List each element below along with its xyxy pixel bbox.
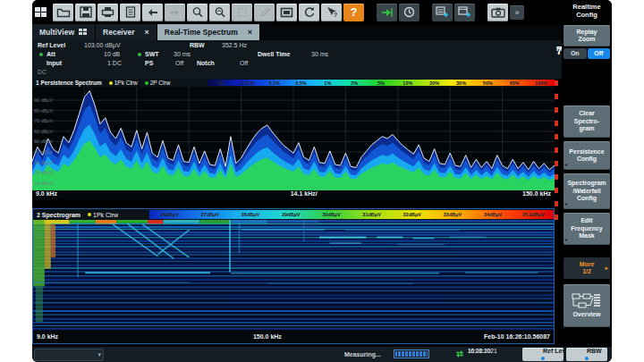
replay-zoom-off-button[interactable]: Off	[588, 48, 611, 59]
windows-logo-icon[interactable]	[35, 7, 47, 18]
ref-level-value[interactable]: 103.00 dBμV	[84, 42, 121, 48]
swt-status-dot	[138, 53, 141, 56]
persistence-display[interactable]: 90 dBμV80 dBμV70 dBμV60 dBμV50 dBμV40 dB…	[32, 87, 555, 190]
scale-label: 28dBμV	[242, 212, 259, 217]
x-start-label: 9.0 kHz	[37, 331, 58, 343]
pencil-icon	[259, 7, 270, 18]
window1-trace2-label: 2P Clrw	[150, 80, 171, 86]
ps-value[interactable]: Off	[175, 60, 183, 66]
rbw-value[interactable]: 352.5 Hz	[222, 42, 247, 48]
softkey-label: Spectrogram /Waterfall Config	[567, 180, 606, 202]
dwell-time-value[interactable]: 30 ms	[311, 51, 328, 57]
window1-title: 1 Persistence Spectrum	[36, 80, 102, 86]
persistence-spectrum-window[interactable]: 1 Persistence Spectrum 1Pk Clrw 2P Clrw …	[32, 79, 555, 199]
sync-arrows-icon	[455, 349, 464, 358]
floppy-icon	[80, 6, 92, 18]
persistence-config-softkey[interactable]: Persistence Config◂	[564, 141, 610, 170]
scale-label: 31dBμV	[362, 212, 380, 217]
close-icon[interactable]: ×	[248, 28, 252, 37]
notch-label: Notch	[197, 60, 215, 66]
document-icon	[125, 6, 136, 18]
clear-spectrogram-softkey[interactable]: Clear Spectro- gram	[564, 105, 610, 138]
redo-icon	[168, 7, 182, 18]
ref-level-key-button[interactable]: Ref Level	[522, 348, 564, 361]
scale-label: 32dBμV	[403, 212, 421, 217]
save-button[interactable]	[75, 4, 96, 21]
new-window-button[interactable]	[454, 4, 475, 21]
channel-tabs: MultiView Receiver × Real-Time Spectrum …	[32, 24, 562, 40]
print-button[interactable]	[97, 4, 118, 21]
magnifier-wave-icon	[214, 6, 226, 18]
rbw-key-button[interactable]: RBW	[566, 348, 607, 361]
preset-button[interactable]	[377, 4, 397, 21]
softkey-sidebar: Realtime Config Replay Zoom On Off Clear…	[562, 0, 612, 347]
spectrogram-window[interactable]: 2 Spectrogram 1Pk Clrw 26dBμV27dBμV28dBμ…	[32, 208, 555, 344]
window-list-button[interactable]: »	[510, 5, 524, 20]
spectrogram-config-softkey[interactable]: Spectrogram /Waterfall Config◂	[564, 173, 610, 209]
swt-value[interactable]: 30 ms	[174, 51, 191, 57]
scale-label: 35.2dBμV	[522, 212, 545, 217]
zoom-in-button[interactable]	[187, 4, 208, 21]
scale-label: 50%	[483, 80, 493, 86]
replay-zoom-on-button[interactable]: On	[564, 48, 587, 59]
y-axis-label: 60 dBμV	[34, 129, 53, 134]
analyzer-screen: ? ? » MultiView Receiver × Real-Time Spe…	[32, 0, 612, 362]
scale-label: 100%	[535, 80, 547, 86]
y-axis-label: 70 dBμV	[34, 118, 53, 123]
scale-label: 30%	[456, 80, 466, 86]
scale-label: 30dBμV	[322, 212, 340, 217]
notch-value[interactable]: Off	[240, 60, 248, 66]
y-axis-label: 90 dBμV	[34, 97, 53, 103]
tab-receiver[interactable]: Receiver ×	[96, 24, 157, 40]
channel-settings-bar: Ref Level 103.00 dBμV RBW 352.5 Hz Att 1…	[32, 40, 562, 79]
x-start-label: 9.0 kHz	[36, 190, 57, 197]
replay-zoom-softkey[interactable]: Replay Zoom	[564, 25, 610, 46]
zoom-reset-button[interactable]	[209, 4, 230, 21]
measurement-progress-bar	[394, 349, 429, 358]
rbw-label: RBW	[190, 42, 205, 48]
active-param-dot	[585, 357, 589, 360]
new-channel-button[interactable]	[432, 4, 453, 21]
scale-label: 20%	[429, 80, 439, 86]
help-pointer-button[interactable]: ?	[321, 4, 342, 21]
att-value[interactable]: 10 dB	[104, 51, 120, 57]
tab-multiview-label: MultiView	[39, 28, 74, 37]
annotate-tool-button[interactable]	[254, 4, 275, 21]
report-button[interactable]	[120, 4, 140, 21]
input-value[interactable]: 1 DC	[107, 60, 122, 66]
close-icon[interactable]: ×	[145, 28, 149, 37]
spectrogram-display[interactable]	[33, 220, 554, 331]
timestamp-label: Feb-10 16:26:10.56087	[484, 331, 550, 343]
persistence-scale-labels: 0%0.01%0.1%0.5%1%2%5%10%20%30%50%65%100%	[208, 80, 555, 86]
replay-zoom-toggle: On Off	[564, 48, 610, 59]
submenu-arrow-icon: ◂	[564, 237, 567, 243]
clock-button[interactable]	[399, 4, 419, 21]
select-tool-button[interactable]	[232, 4, 252, 21]
screenshot-button[interactable]	[487, 4, 508, 21]
undo-button[interactable]	[142, 4, 163, 21]
display-button[interactable]	[276, 4, 297, 21]
more-softkey[interactable]: More 1/2▸	[564, 257, 610, 279]
message-dropdown[interactable]: ▾	[34, 349, 104, 361]
open-file-button[interactable]	[53, 4, 73, 21]
scale-label: 10%	[402, 80, 412, 86]
tab-realtime-spectrum[interactable]: Real-Time Spectrum ×	[157, 24, 260, 40]
rbw-key-label: RBW	[587, 348, 602, 354]
softkey-label: Persistence Config	[569, 148, 604, 164]
swt-label: SWT	[145, 51, 159, 57]
redo-button[interactable]	[165, 4, 185, 21]
scale-label: 27dBμV	[201, 212, 219, 217]
edit-frequency-mask-softkey[interactable]: Edit Frequency Mask◂	[564, 213, 610, 245]
frequency-mask-marker	[555, 80, 558, 222]
refresh-button[interactable]	[299, 4, 319, 21]
att-label: Att	[47, 51, 55, 57]
green-arrow-icon	[381, 7, 394, 18]
add-window-icon	[458, 6, 471, 18]
help-button[interactable]: ?	[343, 4, 364, 21]
overview-softkey[interactable]: Overview	[564, 284, 610, 327]
cursor-help-icon: ?	[326, 6, 338, 18]
folder-icon	[56, 6, 71, 18]
tab-multiview[interactable]: MultiView	[32, 24, 96, 40]
add-channel-icon	[436, 6, 449, 18]
toolbar: ? ? »	[32, 0, 562, 24]
